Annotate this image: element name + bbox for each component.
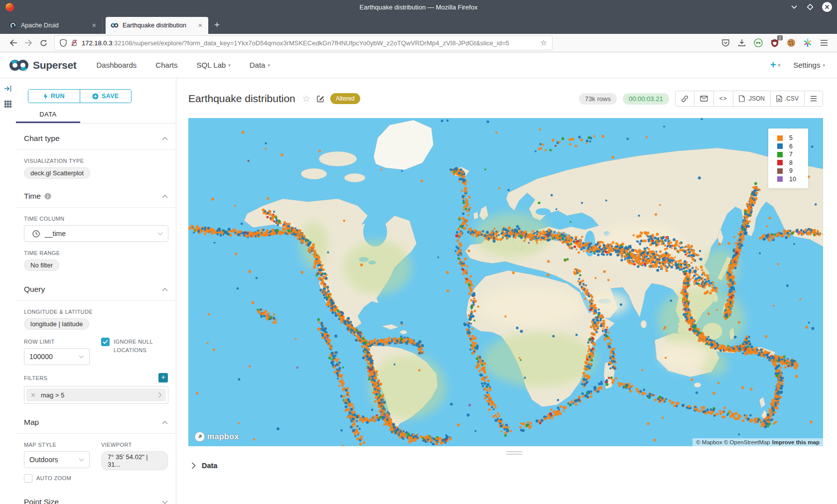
superset-favicon <box>111 21 119 29</box>
edit-properties-icon[interactable] <box>316 95 324 103</box>
chevron-down-icon: ▾ <box>228 63 231 68</box>
file-icon <box>776 95 782 102</box>
legend-swatch <box>777 176 783 182</box>
south-pane: Data <box>176 451 837 470</box>
nav-sql-lab[interactable]: SQL Lab▾ <box>197 61 231 69</box>
settings-menu[interactable]: Settings▾ <box>793 61 825 69</box>
filters-label: FILTERS <box>24 375 47 381</box>
superset-navbar: Superset Dashboards Charts SQL Lab▾ Data… <box>0 52 837 78</box>
downloads-icon[interactable] <box>737 38 747 48</box>
tab-data[interactable]: DATA <box>16 107 80 123</box>
section-time[interactable]: Time <box>24 179 168 207</box>
chevron-up-icon <box>162 195 168 198</box>
left-rail <box>0 78 16 504</box>
remove-filter-icon[interactable]: ✕ <box>30 391 36 399</box>
tracking-shield-icon[interactable] <box>60 39 67 47</box>
data-panel-toggle[interactable]: Data <box>191 462 837 470</box>
auto-zoom-checkbox[interactable]: AUTO ZOOM <box>24 474 101 483</box>
improve-map-link[interactable]: Improve this map <box>772 439 820 445</box>
new-tab-button[interactable]: + <box>214 19 220 30</box>
nav-charts[interactable]: Charts <box>155 61 177 69</box>
pocket-icon[interactable] <box>720 38 730 48</box>
checkbox-checked-icon <box>101 338 110 346</box>
export-csv-button[interactable]: .CSV <box>770 91 804 106</box>
ublock-badge: 2 <box>777 35 783 40</box>
section-chart-type[interactable]: Chart type <box>24 124 168 149</box>
filter-item[interactable]: ✕ mag > 5 <box>26 388 166 401</box>
screen: Earthquake distribution — Mozilla Firefo… <box>0 0 837 504</box>
forward-button[interactable] <box>21 36 36 50</box>
collapse-panel-icon[interactable] <box>4 85 12 92</box>
legend-label: 5 <box>789 134 793 141</box>
legend-label: 7 <box>789 151 793 158</box>
share-link-button[interactable] <box>676 91 694 106</box>
save-button[interactable]: SAVE <box>80 90 132 103</box>
embed-code-button[interactable]: <> <box>713 91 733 106</box>
row-limit-select[interactable]: 100000 <box>24 348 90 365</box>
reload-button[interactable] <box>36 36 51 50</box>
altered-badge: Altered <box>330 93 360 104</box>
lonlat-label: LONGITUDE & LATITUDE <box>24 309 168 315</box>
favorite-star-icon[interactable]: ☆ <box>302 93 310 104</box>
asterisk-extension-icon[interactable] <box>803 38 813 48</box>
tab-close-icon[interactable]: × <box>197 21 203 29</box>
email-button[interactable] <box>694 91 713 106</box>
window-title: Earthquake distribution — Mozilla Firefo… <box>0 3 837 11</box>
chart-menu-button[interactable] <box>804 91 823 106</box>
row-count-badge: 73k rows <box>579 93 617 105</box>
chevron-down-icon <box>79 458 84 462</box>
superset-infinity-icon <box>9 59 29 71</box>
earthquake-points-layer <box>188 118 823 446</box>
export-json-button[interactable]: .JSON <box>733 91 770 106</box>
viewport-value[interactable]: 7° 35' 54.02" | 31... <box>101 451 168 470</box>
browser-toolbar: 172.18.0.3:32108/superset/explore/?form_… <box>0 34 837 52</box>
tab-apache-druid[interactable]: Apache Druid × <box>4 17 103 34</box>
extension-green-icon[interactable] <box>753 38 763 48</box>
chevron-right-icon[interactable] <box>158 392 162 398</box>
tab-earthquake-distribution[interactable]: Earthquake distribution × <box>106 17 208 34</box>
resize-drag-handle[interactable] <box>506 451 522 455</box>
nav-data[interactable]: Data▾ <box>250 61 270 69</box>
url-bar[interactable]: 172.18.0.3:32108/superset/explore/?form_… <box>55 36 552 50</box>
datasource-grid-icon[interactable] <box>4 100 12 108</box>
nav-dashboards[interactable]: Dashboards <box>96 61 137 69</box>
time-range-value[interactable]: No filter <box>24 259 59 271</box>
legend-label: 8 <box>789 159 793 166</box>
ignore-null-checkbox[interactable]: IGNORE NULL LOCATIONS <box>101 338 168 355</box>
bookmark-star-icon[interactable]: ☆ <box>541 38 547 47</box>
section-point-size[interactable]: Point Size <box>24 483 168 504</box>
time-column-label: TIME COLUMN <box>24 216 168 222</box>
deckgl-map[interactable]: 5 6 7 8 9 10 mapbox © Mapbox © OpenStree… <box>188 118 823 446</box>
maximize-icon[interactable] <box>806 3 814 11</box>
url-path: :32108/superset/explore/?form_data_key=1… <box>112 39 509 47</box>
map-style-select[interactable]: Outdoors <box>24 451 90 468</box>
insecure-lock-icon[interactable] <box>71 39 78 47</box>
mapbox-circle-icon <box>194 431 205 442</box>
run-button[interactable]: RUN <box>28 90 80 103</box>
ublock-icon[interactable]: 2 <box>770 38 780 48</box>
envelope-icon <box>700 96 708 102</box>
mapbox-logo[interactable]: mapbox <box>194 431 239 442</box>
hamburger-icon <box>810 96 817 102</box>
menu-hamburger-icon[interactable] <box>819 38 829 48</box>
brand-name: Superset <box>33 59 76 71</box>
section-map[interactable]: Map <box>24 404 168 433</box>
checkbox-empty-icon <box>24 474 32 483</box>
close-window-icon[interactable] <box>822 2 832 12</box>
chevron-down-icon <box>162 501 168 504</box>
add-new-button[interactable]: +▾ <box>770 59 780 71</box>
time-column-select[interactable]: __time <box>24 225 168 242</box>
minimize-icon[interactable] <box>790 3 798 11</box>
section-query[interactable]: Query <box>24 271 168 300</box>
tab-close-icon[interactable]: × <box>91 21 97 29</box>
back-button[interactable] <box>6 36 21 50</box>
superset-logo[interactable]: Superset <box>9 59 76 71</box>
plus-circle-icon <box>92 93 99 100</box>
time-range-label: TIME RANGE <box>24 250 168 256</box>
add-filter-button[interactable]: + <box>158 373 168 382</box>
viz-type-value[interactable]: deck.gl Scatterplot <box>24 167 90 179</box>
query-timer-badge: 00:00:03.21 <box>623 93 669 105</box>
lonlat-value[interactable]: longitude | latitude <box>24 318 89 330</box>
cookie-extension-icon[interactable] <box>786 38 796 48</box>
druid-favicon <box>9 21 17 29</box>
